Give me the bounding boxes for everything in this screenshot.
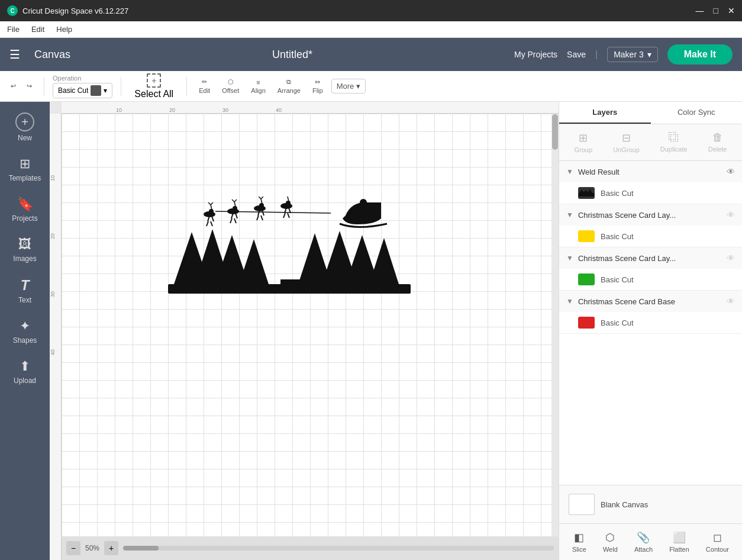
sidebar-item-text[interactable]: T Text bbox=[4, 271, 46, 310]
tab-layers[interactable]: Layers bbox=[559, 102, 651, 124]
ruler-mark-v-20: 20 bbox=[50, 231, 61, 242]
ungroup-button[interactable]: ⊟ UnGroup bbox=[608, 129, 644, 156]
duplicate-button[interactable]: ⿻ Duplicate bbox=[656, 129, 692, 156]
arrange-button[interactable]: ⧉ Arrange bbox=[274, 76, 304, 96]
align-button[interactable]: ≡ Align bbox=[247, 76, 269, 96]
svg-line-22 bbox=[207, 221, 208, 226]
ruler-mark-40: 40 bbox=[275, 107, 328, 113]
sidebar-label-new: New bbox=[18, 134, 32, 142]
chevron-icon: ▼ bbox=[566, 254, 573, 262]
layer-color-swatch bbox=[578, 230, 595, 242]
sidebar-item-templates[interactable]: ⊞ Templates bbox=[4, 150, 46, 188]
layer-group-header-christmas-2[interactable]: ▼ Christmas Scene Card Lay... 👁 bbox=[559, 247, 742, 269]
select-all-button[interactable]: + Select All bbox=[130, 71, 178, 102]
machine-chevron-icon: ▾ bbox=[647, 50, 651, 59]
flatten-button[interactable]: ⬜ Flatten bbox=[664, 529, 694, 555]
sidebar-item-upload[interactable]: ⬆ Upload bbox=[4, 353, 46, 391]
vertical-scrollbar[interactable] bbox=[551, 114, 559, 536]
delete-icon: 🗑 bbox=[712, 131, 723, 144]
topnav-center: Untitled* bbox=[80, 49, 505, 61]
canvas-grid[interactable] bbox=[62, 114, 559, 536]
edit-button[interactable]: ✏ Edit bbox=[195, 76, 214, 96]
zoom-in-button[interactable]: + bbox=[104, 541, 118, 555]
ruler-mark-v-30: 30 bbox=[50, 289, 61, 300]
sidebar-label-shapes: Shapes bbox=[13, 336, 37, 345]
visibility-icon[interactable]: 👁 bbox=[727, 297, 735, 306]
sidebar-item-projects[interactable]: 🔖 Projects bbox=[4, 191, 46, 228]
project-name[interactable]: Untitled* bbox=[272, 49, 312, 61]
layer-item: Basic Cut bbox=[559, 182, 742, 204]
close-button[interactable]: ✕ bbox=[728, 6, 735, 15]
ruler-mark-v-40: 40 bbox=[50, 347, 61, 358]
offset-icon: ⬡ bbox=[228, 78, 234, 86]
minimize-button[interactable]: — bbox=[696, 6, 704, 15]
window-controls: — □ ✕ bbox=[696, 6, 735, 15]
weld-icon: ⬡ bbox=[605, 531, 615, 544]
sidebar-item-new[interactable]: + New bbox=[4, 107, 46, 148]
canvas-area[interactable]: 10 20 30 40 10 20 30 40 bbox=[50, 102, 559, 560]
app-title: Cricut Design Space v6.12.227 bbox=[22, 7, 128, 15]
weld-button[interactable]: ⬡ Weld bbox=[598, 529, 622, 555]
slice-button[interactable]: ◧ Slice bbox=[567, 529, 591, 555]
machine-name: Maker 3 bbox=[614, 50, 644, 59]
delete-button[interactable]: 🗑 Delete bbox=[704, 129, 732, 156]
attach-button[interactable]: 📎 Attach bbox=[630, 529, 657, 555]
machine-selector[interactable]: Maker 3 ▾ bbox=[607, 47, 658, 62]
zoom-out-button[interactable]: − bbox=[66, 541, 80, 555]
make-it-button[interactable]: Make It bbox=[667, 44, 733, 65]
layer-group-name: Christmas Scene Card Lay... bbox=[578, 211, 722, 220]
svg-line-21 bbox=[212, 216, 214, 221]
layer-group-header-christmas-base[interactable]: ▼ Christmas Scene Card Base 👁 bbox=[559, 291, 742, 312]
svg-rect-57 bbox=[579, 193, 594, 197]
sidebar-item-shapes[interactable]: ✦ Shapes bbox=[4, 313, 46, 350]
ruler-mark-30: 30 bbox=[221, 107, 275, 113]
layer-group-christmas-2: ▼ Christmas Scene Card Lay... 👁 Basic Cu… bbox=[559, 247, 742, 291]
group-button[interactable]: ⊞ Group bbox=[570, 129, 598, 156]
right-panel: Layers Color Sync ⊞ Group ⊟ UnGroup ⿻ Du… bbox=[559, 102, 742, 560]
menu-help[interactable]: Help bbox=[56, 25, 72, 34]
color-swatch[interactable] bbox=[91, 85, 101, 96]
svg-line-35 bbox=[234, 199, 237, 202]
contour-button[interactable]: ◻ Contour bbox=[701, 529, 734, 555]
christmas-scene-svg bbox=[162, 197, 417, 297]
svg-line-33 bbox=[234, 202, 235, 207]
text-icon: T bbox=[21, 277, 30, 294]
offset-button[interactable]: ⬡ Offset bbox=[218, 76, 243, 96]
attach-icon: 📎 bbox=[637, 531, 650, 544]
my-projects-button[interactable]: My Projects bbox=[514, 50, 557, 59]
layer-group-header-christmas-1[interactable]: ▼ Christmas Scene Card Lay... 👁 bbox=[559, 204, 742, 226]
horizontal-scrollbar[interactable]: − 50% + bbox=[62, 536, 559, 560]
flip-button[interactable]: ⇔ Flip bbox=[309, 76, 327, 96]
maximize-button[interactable]: □ bbox=[714, 6, 718, 15]
layers-list: ▼ Weld Result 👁 Basic Cut bbox=[559, 161, 742, 485]
tab-color-sync[interactable]: Color Sync bbox=[651, 102, 743, 124]
flatten-icon: ⬜ bbox=[673, 531, 686, 544]
sidebar-item-images[interactable]: 🖼 Images bbox=[4, 231, 46, 269]
layer-group-name: Christmas Scene Card Lay... bbox=[578, 254, 722, 263]
undo-button[interactable]: ↩ bbox=[7, 80, 20, 92]
visibility-icon[interactable]: 👁 bbox=[727, 210, 735, 220]
visibility-icon[interactable]: 👁 bbox=[727, 253, 735, 263]
toolbar: ↩ ↪ Operation Basic Cut ▾ + Select All ✏… bbox=[0, 71, 742, 102]
divider-3 bbox=[186, 77, 187, 96]
menu-file[interactable]: File bbox=[7, 25, 20, 34]
scroll-thumb[interactable] bbox=[123, 546, 159, 551]
more-button[interactable]: More ▾ bbox=[331, 79, 366, 94]
save-button[interactable]: Save bbox=[567, 50, 586, 59]
visibility-icon[interactable]: 👁 bbox=[727, 167, 735, 176]
panel-actions: ⊞ Group ⊟ UnGroup ⿻ Duplicate 🗑 Delete bbox=[559, 124, 742, 161]
vertical-scrollbar-thumb[interactable] bbox=[552, 114, 558, 150]
menu-edit[interactable]: Edit bbox=[31, 25, 44, 34]
group-icon: ⊞ bbox=[579, 131, 588, 144]
ruler-mark-10: 10 bbox=[115, 107, 168, 113]
select-all-label: Select All bbox=[134, 89, 173, 99]
zoom-level: 50% bbox=[85, 544, 99, 552]
svg-line-43 bbox=[259, 197, 261, 199]
hamburger-icon[interactable]: ☰ bbox=[9, 47, 20, 62]
operation-select[interactable]: Basic Cut ▾ bbox=[53, 83, 112, 98]
scroll-track[interactable] bbox=[123, 546, 554, 551]
svg-line-23 bbox=[211, 221, 212, 226]
layer-item-label: Basic Cut bbox=[601, 232, 634, 241]
layer-group-header-weld[interactable]: ▼ Weld Result 👁 bbox=[559, 161, 742, 182]
redo-button[interactable]: ↪ bbox=[23, 80, 36, 92]
